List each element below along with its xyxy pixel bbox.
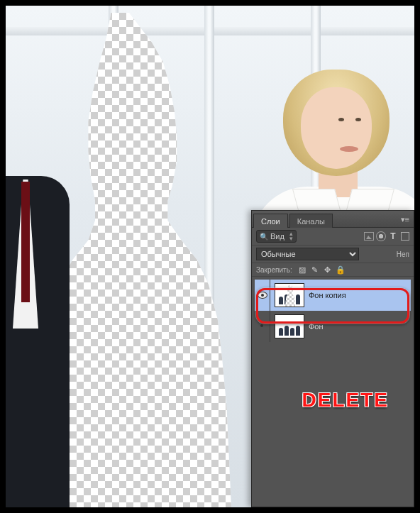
layer-thumbnail[interactable] [275,314,304,338]
eye-icon [258,292,267,299]
filter-adjust-icon[interactable] [377,232,385,241]
layer-row-selected[interactable]: Фон копия [255,280,411,311]
layer-name[interactable]: Фон [309,322,324,331]
visibility-toggle[interactable] [255,311,270,342]
layer-name[interactable]: Фон копия [309,291,346,299]
lock-transparency-icon[interactable]: ▨ [298,265,306,274]
visibility-toggle[interactable] [255,280,270,311]
canvas-frame: Слои Каналы ▾≡ 🔍 Вид ▴▾ T Обычные Неп За… [6,6,414,507]
layer-filter-kind[interactable]: 🔍 Вид ▴▾ [256,230,297,243]
filter-shape-icon[interactable] [401,232,409,241]
layer-thumbnail[interactable] [275,283,304,307]
lock-position-icon[interactable]: ✥ [324,265,332,274]
layers-panel: Слои Каналы ▾≡ 🔍 Вид ▴▾ T Обычные Неп За… [251,210,414,507]
tab-layers[interactable]: Слои [253,214,288,228]
dropdown-arrows-icon: ▴▾ [289,231,293,241]
blend-row: Обычные Неп [252,246,414,263]
opacity-label: Неп [397,250,409,258]
panel-tab-bar: Слои Каналы ▾≡ [252,211,414,228]
search-icon: 🔍 [260,233,268,241]
layer-filter-row: 🔍 Вид ▴▾ T [252,228,414,246]
eye-hidden-icon [258,323,267,330]
photo-person-left [6,148,77,507]
lock-pixels-icon[interactable]: ✎ [311,265,319,274]
layer-row[interactable]: Фон [255,311,411,342]
blend-mode-select[interactable]: Обычные [256,248,359,260]
filter-type-icon[interactable]: T [388,231,398,241]
panel-menu-icon[interactable]: ▾≡ [397,212,414,227]
lock-label: Закрепить: [256,266,292,274]
lock-row: Закрепить: ▨ ✎ ✥ 🔒 [252,263,414,277]
lock-all-icon[interactable]: 🔒 [336,265,345,274]
filter-pixel-icon[interactable] [364,232,374,241]
layer-list: Фон копия Фон [252,277,414,345]
filter-kind-label: Вид [270,232,284,241]
tab-channels[interactable]: Каналы [289,214,333,228]
